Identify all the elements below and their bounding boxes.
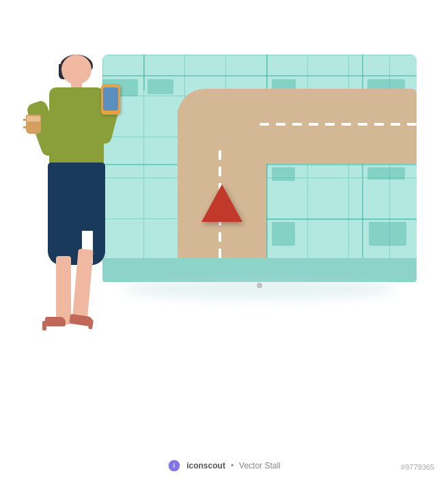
watermark-bar: i iconscout • Vector Stall xyxy=(0,459,448,473)
phone xyxy=(101,85,120,115)
provider-name: Vector Stall xyxy=(239,461,281,470)
street-line xyxy=(266,55,268,90)
building xyxy=(367,167,405,180)
iconscout-logo-icon: i xyxy=(167,459,181,473)
street-line xyxy=(362,55,363,90)
woman-figure xyxy=(20,55,130,396)
navigation-arrow xyxy=(201,184,242,222)
svg-text:i: i xyxy=(173,462,175,469)
road-horizontal xyxy=(225,89,417,164)
street-line xyxy=(266,219,417,220)
shoe-left xyxy=(45,317,66,326)
street-line xyxy=(362,163,363,259)
leg-left xyxy=(56,256,71,324)
street-line xyxy=(102,75,417,76)
street-line xyxy=(266,164,417,165)
coffee-cup xyxy=(26,115,41,134)
building xyxy=(272,222,295,246)
building xyxy=(369,222,406,246)
map-shadow xyxy=(123,279,396,299)
street-line xyxy=(266,163,268,259)
building xyxy=(272,167,295,181)
street-line xyxy=(143,55,145,90)
main-scene: i iconscout • Vector Stall #9779365 xyxy=(0,0,448,478)
location-dot xyxy=(257,283,262,288)
building xyxy=(148,79,173,94)
road-dash-horizontal xyxy=(260,123,417,126)
provider-label: • xyxy=(231,461,234,470)
map-surface xyxy=(102,55,417,259)
skirt xyxy=(48,163,105,265)
shoe-right xyxy=(69,314,94,327)
iconscout-label: iconscout xyxy=(186,461,225,470)
asset-id: #9779365 xyxy=(401,463,434,471)
phone-screen xyxy=(103,87,118,111)
map-container xyxy=(102,55,417,300)
